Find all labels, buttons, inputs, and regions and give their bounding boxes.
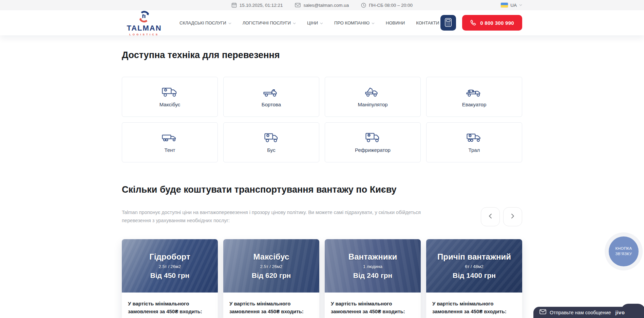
ukraine-flag-icon [501,3,508,7]
carousel-arrows [481,207,522,226]
calculator-button[interactable] [440,15,456,31]
tow-truck-icon [465,86,484,98]
main-nav: СКЛАДСЬКІ ПОСЛУГИ ЛОГІСТИЧНІ ПОСЛУГИ ЦІН… [179,20,440,25]
chevron-right-icon [511,213,514,220]
logo-tagline: LOGISTICS [129,33,159,36]
language-selector[interactable]: UA [501,0,522,10]
phone-button[interactable]: 0 800 300 990 [462,15,522,31]
phone-icon [470,19,476,26]
nav-label: ПРО КОМПАНІЮ [334,20,370,25]
nav-label: ЛОГІСТИЧНІ ПОСЛУГИ [243,20,291,25]
price-card-price: Від 240 грн [353,271,392,280]
topbar-hours: ПН-СБ 08:00 – 20:00 [361,3,413,8]
vehicle-label: Тент [165,147,175,153]
price-card-price: Від 450 грн [150,271,189,280]
price-card-maxibus[interactable]: Максібус 2.5т / 26м2 Від 620 грн У варті… [223,239,319,318]
vehicle-card-crane[interactable]: Маніпулятор [325,77,421,117]
nav-item-news[interactable]: НОВИНИ [386,20,405,25]
nav-item-about-company[interactable]: ПРО КОМПАНІЮ [334,20,375,25]
vehicle-label: Трал [469,147,480,153]
phone-number: 0 800 300 990 [480,20,514,26]
language-code: UA [510,3,517,8]
vehicle-card-bus[interactable]: Бус [223,122,319,162]
logo-title: TALMAN [127,24,162,33]
mail-icon [295,3,301,7]
carousel-prev-button[interactable] [481,207,500,226]
chevron-down-icon [228,20,231,25]
price-card-hero-image: Максібус 2.5т / 26м2 Від 620 грн [223,239,319,293]
vehicle-card-flatbed[interactable]: Бортова [223,77,319,117]
clock-icon [361,3,366,8]
price-card-loaders[interactable]: Вантажники 1 людина Від 240 грн У вартіс… [325,239,421,318]
vehicle-card-tow[interactable]: Евакуатор [426,77,522,117]
chat-message-label: Отправьте нам сообщение [550,310,611,315]
lowboy-truck-icon [465,132,484,143]
callback-label-line1: КНОПКА [615,246,632,251]
price-card-hero-image: Вантажники 1 людина Від 240 грн [325,239,421,293]
topbar-email[interactable]: sales@talman.com.ua [295,3,349,8]
nav-item-logistics-services[interactable]: ЛОГІСТИЧНІ ПОСЛУГИ [243,20,296,25]
nav-label: КОНТАКТИ [416,20,439,25]
topbar-datetime: 15.10.2025, 01:12:21 [231,2,283,8]
callback-widget: КНОПКА ЗВ'ЯЗКУ [605,232,643,270]
jivo-brand-logo: jivo [615,310,625,315]
vehicle-label: Бус [267,147,275,153]
price-card-carousel: Гідроборт 2.5т / 26м2 Від 450 грн У варт… [122,239,522,318]
vehicle-label: Бортова [262,102,281,107]
price-card-spec: 2.5т / 26м2 [159,264,181,269]
topbar: 15.10.2025, 01:12:21 sales@talman.com.ua… [0,0,644,10]
price-card-spec: 1 людина [363,264,382,269]
box-truck-icon [160,86,180,98]
price-card-name: Максібус [253,252,289,262]
price-card-name: Гідроборт [149,252,190,262]
chevron-down-icon [320,20,323,25]
price-card-spec: 2.5т / 26м2 [260,264,283,269]
vehicles-section-title: Доступна техніка для перевезення [122,35,522,61]
price-card-hero-image: Гідроборт 2.5т / 26м2 Від 450 грн [122,239,218,293]
van-truck-icon [262,132,281,143]
vehicle-label: Максібус [159,102,181,107]
vehicle-label: Рефрижератор [355,147,391,153]
nav-label: СКЛАДСЬКІ ПОСЛУГИ [179,20,226,25]
chat-envelope-icon [539,309,546,316]
price-card-cargo-trailer[interactable]: Причіп вантажний 6т / 48м2 Від 1400 грн … [426,239,522,318]
price-card-note: У вартість мінімального замовлення за 45… [426,293,522,318]
price-card-price: Від 620 грн [252,271,291,280]
callback-button[interactable]: КНОПКА ЗВ'ЯЗКУ [609,236,639,266]
price-card-hero-image: Причіп вантажний 6т / 48м2 Від 1400 грн [426,239,522,293]
vehicle-card-maxibus[interactable]: Максібус [122,77,218,117]
calendar-icon [231,2,237,8]
topbar-email-text[interactable]: sales@talman.com.ua [303,3,349,8]
tent-truck-icon [160,132,180,143]
crane-truck-icon [363,86,383,98]
pricing-description: Talman пропонує доступні ціни на вантажо… [122,209,434,225]
chevron-down-icon [519,4,522,6]
price-card-name: Вантажники [348,252,397,262]
nav-item-warehouse-services[interactable]: СКЛАДСЬКІ ПОСЛУГИ [179,20,231,25]
price-card-spec: 6т / 48м2 [465,264,484,269]
price-card-price: Від 1400 грн [453,271,496,280]
chevron-down-icon [293,20,296,25]
nav-label: НОВИНИ [386,20,405,25]
vehicle-label: Маніпулятор [358,102,387,107]
price-card-note: У вартість мінімального замовлення за 45… [122,293,218,318]
price-card-name: Причіп вантажний [437,252,511,262]
callback-label-line2: ЗВ'ЯЗКУ [615,251,632,257]
calculator-icon [445,18,452,28]
vehicle-card-lowboy[interactable]: Трал [426,122,522,162]
talman-logo[interactable]: TALMAN LOGISTICS [122,10,167,36]
price-card-note: У вартість мінімального замовлення за 45… [325,293,421,318]
nav-item-prices[interactable]: ЦІНИ [307,20,323,25]
vehicle-label: Евакуатор [462,102,487,107]
price-card-note: У вартість мінімального замовлення за 45… [223,293,319,318]
vehicle-card-tent[interactable]: Тент [122,122,218,162]
nav-item-contacts[interactable]: КОНТАКТИ [416,20,439,25]
carousel-next-button[interactable] [503,207,522,226]
vehicle-card-reefer[interactable]: Рефрижератор [325,122,421,162]
chevron-down-icon [372,20,375,25]
jivo-chat-bar[interactable]: Отправьте нам сообщение jivo [533,307,644,318]
price-card-hydroboard[interactable]: Гідроборт 2.5т / 26м2 Від 450 грн У варт… [122,239,218,318]
topbar-hours-text: ПН-СБ 08:00 – 20:00 [369,3,413,8]
logo-arrows-icon [137,10,151,25]
pricing-section-title: Скільки буде коштувати транспортування в… [122,184,522,196]
